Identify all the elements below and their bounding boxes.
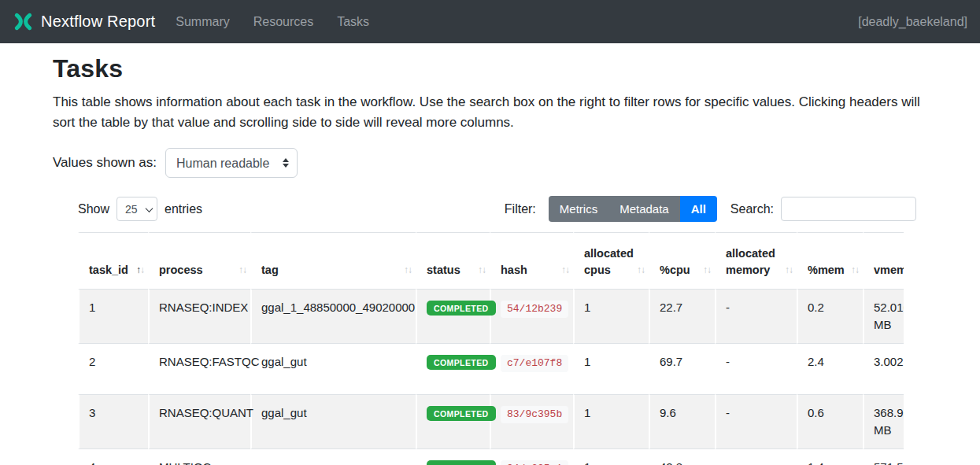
column-label: %mem (808, 264, 845, 276)
cell-allocated_cpus: 1 (573, 394, 649, 448)
navbar: Nextflow Report Summary Resources Tasks … (0, 0, 980, 43)
values-shown-select[interactable]: Human readable (165, 148, 298, 178)
cell-process: RNASEQ:INDEX (148, 289, 250, 343)
show-label: Show (78, 202, 109, 216)
header-row: task_id↑↓process↑↓tag↑↓status↑↓hash↑↓all… (78, 232, 904, 289)
sort-icon: ↑↓ (404, 262, 412, 279)
cell-cpu_pct: 9.6 (649, 394, 715, 448)
filter-button-all[interactable]: All (680, 196, 717, 222)
filter-button-metrics[interactable]: Metrics (549, 196, 608, 222)
column-header-vmem[interactable]: vmem↑↓ (863, 232, 904, 289)
cell-allocated_memory: - (715, 394, 797, 448)
column-label: process (159, 264, 203, 276)
entries-length-select[interactable]: 25 (116, 197, 157, 221)
cell-process: RNASEQ:QUANT (148, 394, 250, 448)
cell-status: COMPLETED (416, 394, 490, 448)
cell-tag: ggal_gut (250, 394, 416, 448)
cell-tag: ggal_gut (250, 343, 416, 394)
sort-icon: ↑↓ (785, 262, 793, 279)
workflow-run-name: [deadly_baekeland] (858, 15, 967, 29)
column-label: vmem (874, 264, 904, 276)
column-header-hash[interactable]: hash↑↓ (490, 232, 573, 289)
cell-process: MULTIQC (148, 448, 250, 465)
task-hash: 54/12b239 (501, 301, 568, 318)
cell-vmem: 3.002 GB (863, 343, 904, 394)
column-header-tag[interactable]: tag↑↓ (250, 232, 416, 289)
cell-allocated_cpus: 1 (573, 343, 649, 394)
column-header--mem[interactable]: %mem↑↓ (797, 232, 863, 289)
filter-search-tools: Filter: Metrics Metadata All Search: (505, 196, 916, 222)
column-label: allocated memory (726, 247, 775, 276)
cell-status: COMPLETED (416, 448, 490, 465)
sort-icon: ↑↓ (136, 262, 144, 279)
cell-mem_pct: 0.2 (797, 289, 863, 343)
cell-allocated_memory: - (715, 343, 797, 394)
cell-task_id: 4 (78, 448, 148, 465)
cell-mem_pct: 0.6 (797, 394, 863, 448)
values-shown-label: Values shown as: (53, 155, 157, 171)
column-header-process[interactable]: process↑↓ (148, 232, 250, 289)
cell-task_id: 1 (78, 289, 148, 343)
column-label: %cpu (660, 264, 690, 276)
cell-status: COMPLETED (416, 343, 490, 394)
sort-icon: ↑↓ (703, 262, 711, 279)
cell-tag: ggal_1_48850000_49020000 (250, 289, 416, 343)
cell-vmem: 368.95 MB (863, 394, 904, 448)
table-body: 1RNASEQ:INDEXggal_1_48850000_49020000COM… (78, 289, 904, 465)
brand-title: Nextflow Report (41, 13, 155, 31)
nav-links: Summary Resources Tasks (176, 15, 369, 29)
cell-hash: 83/9c395b (490, 394, 573, 448)
column-label: task_id (89, 264, 128, 276)
column-header-task-id[interactable]: task_id↑↓ (78, 232, 148, 289)
tasks-table: task_id↑↓process↑↓tag↑↓status↑↓hash↑↓all… (78, 232, 904, 465)
nav-item-tasks[interactable]: Tasks (337, 15, 369, 29)
cell-tag: - (250, 448, 416, 465)
cell-allocated_cpus: 1 (573, 448, 649, 465)
table-row: 4MULTIQC-COMPLETED94/c235e1142.8-1.4571.… (78, 448, 904, 465)
page-title: Tasks (53, 54, 980, 83)
tasks-table-container[interactable]: task_id↑↓process↑↓tag↑↓status↑↓hash↑↓all… (78, 232, 904, 465)
nav-item-summary[interactable]: Summary (176, 15, 229, 29)
tasks-section: Tasks This table shows information about… (0, 43, 980, 465)
filter-label: Filter: (505, 202, 536, 216)
cell-allocated_memory: - (715, 448, 797, 465)
column-header-status[interactable]: status↑↓ (416, 232, 490, 289)
search-input[interactable] (781, 197, 916, 221)
cell-task_id: 3 (78, 394, 148, 448)
search-label: Search: (730, 202, 774, 216)
cell-cpu_pct: 42.8 (649, 448, 715, 465)
cell-status: COMPLETED (416, 289, 490, 343)
entries-label: entries (165, 202, 202, 216)
status-badge: COMPLETED (427, 406, 496, 421)
cell-process: RNASEQ:FASTQC (148, 343, 250, 394)
cell-allocated_memory: - (715, 289, 797, 343)
column-header--cpu[interactable]: %cpu↑↓ (649, 232, 715, 289)
table-row: 1RNASEQ:INDEXggal_1_48850000_49020000COM… (78, 289, 904, 343)
sort-icon: ↑↓ (561, 262, 569, 279)
column-header-allocated-cpus[interactable]: allocated cpus↑↓ (573, 232, 649, 289)
cell-mem_pct: 1.4 (797, 448, 863, 465)
page-description: This table shows information about each … (53, 92, 928, 133)
filter-button-group: Metrics Metadata All (549, 196, 717, 222)
task-hash: c7/e107f8 (501, 355, 568, 372)
table-row: 3RNASEQ:QUANTggal_gutCOMPLETED83/9c395b1… (78, 394, 904, 448)
status-badge: COMPLETED (427, 301, 496, 316)
cell-hash: 94/c235e1 (490, 448, 573, 465)
sort-icon: ↑↓ (637, 262, 645, 279)
cell-cpu_pct: 22.7 (649, 289, 715, 343)
column-header-allocated-memory[interactable]: allocated memory↑↓ (715, 232, 797, 289)
column-label: hash (501, 264, 527, 276)
cell-vmem: 52.016 MB (863, 289, 904, 343)
nav-item-resources[interactable]: Resources (253, 15, 313, 29)
sort-icon: ↑↓ (239, 262, 246, 279)
nextflow-logo-icon (13, 11, 34, 32)
filter-button-metadata[interactable]: Metadata (608, 196, 680, 222)
column-label: allocated cpus (584, 247, 634, 276)
cell-task_id: 2 (78, 343, 148, 394)
cell-hash: c7/e107f8 (490, 343, 573, 394)
brand-link[interactable]: Nextflow Report (13, 11, 155, 32)
sort-icon: ↑↓ (478, 262, 486, 279)
task-hash: 83/9c395b (501, 406, 568, 423)
column-label: status (427, 264, 460, 276)
task-hash: 94/c235e1 (501, 460, 568, 465)
